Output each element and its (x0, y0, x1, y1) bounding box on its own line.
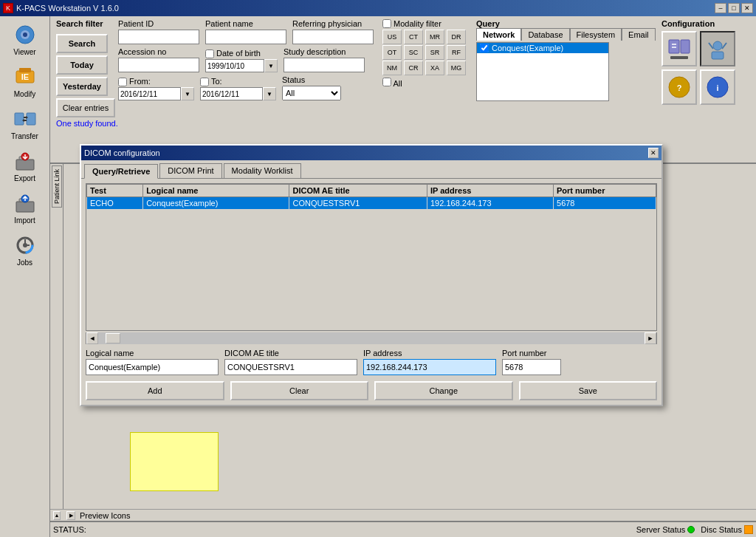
mod-ot[interactable]: OT (382, 45, 402, 60)
mod-ct[interactable]: CT (404, 30, 423, 44)
dob-checkbox[interactable] (205, 49, 214, 58)
status-bar-right: Server Status Disc Status (636, 525, 753, 534)
sidebar-item-import[interactable]: Import (3, 188, 47, 228)
form-port-number-input[interactable] (502, 359, 561, 375)
config-section: Configuration (662, 19, 750, 105)
modality-section: Modality filter US CT MR DR OT SC SR RF … (382, 19, 467, 88)
form-logical-name-label: Logical name (86, 349, 219, 358)
today-button[interactable]: Today (56, 55, 108, 75)
table-cell-test: ECHO (87, 197, 143, 210)
query-section: Query Network Database Filesystem Email … (476, 19, 656, 101)
config-icon-btn-1[interactable] (662, 31, 697, 66)
sidebar-item-transfer[interactable]: Transfer (3, 103, 47, 144)
patient-link-tab[interactable]: Patient Link (52, 165, 62, 208)
config-icon-btn-help[interactable]: ? (662, 69, 697, 105)
query-label: Query (476, 19, 500, 28)
dicom-dialog: DICOM configuration ✕ Query/Retrieve DIC… (80, 144, 663, 406)
form-dicom-ae-title-input[interactable] (224, 359, 357, 375)
preview-scroll-button[interactable]: ▲ (53, 511, 61, 520)
table-row[interactable]: ECHOConquest(Example)CONQUESTSRV1192.168… (87, 197, 656, 210)
query-item-conquest[interactable]: Conquest(Example) (477, 43, 608, 53)
mod-nm[interactable]: NM (382, 61, 402, 75)
status-bar-left: STATUS: (53, 525, 86, 534)
referring-physician-input[interactable] (292, 30, 374, 44)
modality-grid: US CT MR DR OT SC SR RF NM CR XA MG (382, 30, 467, 75)
sidebar-item-jobs[interactable]: Jobs (3, 230, 47, 270)
mod-dr[interactable]: DR (447, 30, 466, 44)
yesterday-button[interactable]: Yesterday (56, 77, 108, 96)
query-tab-database[interactable]: Database (521, 28, 569, 41)
mod-us[interactable]: US (382, 30, 402, 44)
to-input[interactable] (200, 87, 263, 100)
sidebar-item-export[interactable]: Export (3, 146, 47, 186)
mod-cr[interactable]: CR (404, 61, 423, 75)
dob-input[interactable] (205, 59, 264, 72)
search-button[interactable]: Search (56, 34, 108, 53)
dialog-tab-query-retrieve[interactable]: Query/Retrieve (84, 164, 158, 179)
jobs-label: Jobs (17, 259, 32, 267)
mod-xa[interactable]: XA (425, 61, 444, 75)
clear-entries-button[interactable]: Clear entries (56, 98, 115, 117)
title-bar: K K-PACS Workstation V 1.6.0 – □ ✕ (0, 0, 756, 16)
status-label: STATUS: (53, 525, 86, 534)
mod-all-checkbox[interactable] (382, 78, 391, 86)
conquest-checkbox[interactable] (480, 44, 489, 52)
status-select[interactable]: All (282, 86, 341, 100)
app-icon: K (3, 3, 13, 13)
dialog-close-button[interactable]: ✕ (648, 148, 659, 158)
save-button[interactable]: Save (519, 381, 658, 400)
mod-sr[interactable]: SR (425, 45, 444, 60)
preview-icon-toggle[interactable]: ▶ (66, 511, 75, 520)
col-ip-address: IP address (427, 185, 553, 197)
config-icon-btn-2[interactable] (700, 31, 735, 66)
svg-rect-10 (16, 160, 34, 170)
export-icon (13, 149, 37, 173)
col-dicom-ae-title: DICOM AE title (289, 185, 427, 197)
patient-id-input[interactable] (118, 30, 199, 44)
close-button[interactable]: ✕ (741, 3, 753, 13)
config-icon-btn-info[interactable]: i (700, 69, 735, 105)
server-status-indicator: Server Status (636, 525, 695, 534)
export-label: Export (14, 174, 35, 182)
table-scroll-track (98, 332, 645, 344)
to-group: To: ▼ (200, 77, 276, 100)
query-tab-network[interactable]: Network (476, 28, 521, 41)
dialog-title: DICOM configuration (84, 148, 160, 157)
to-picker-button[interactable]: ▼ (263, 87, 276, 100)
from-input[interactable] (118, 87, 181, 100)
to-checkbox[interactable] (200, 78, 209, 86)
from-picker-button[interactable]: ▼ (181, 87, 194, 100)
form-logical-name-input[interactable] (86, 359, 219, 375)
patient-name-input[interactable] (205, 30, 286, 44)
sidebar-item-modify[interactable]: IE Modify (3, 61, 47, 102)
minimize-button[interactable]: – (715, 3, 726, 13)
add-button[interactable]: Add (86, 381, 224, 400)
modality-filter-checkbox[interactable] (382, 19, 391, 28)
mod-mr[interactable]: MR (425, 30, 444, 44)
query-tab-email[interactable]: Email (622, 28, 656, 41)
form-ip-address-input[interactable] (363, 359, 496, 375)
from-checkbox[interactable] (118, 78, 127, 86)
search-filter-label: Search filter (56, 19, 103, 28)
clear-button[interactable]: Clear (230, 381, 369, 400)
table-scroll-thumb[interactable] (106, 333, 120, 343)
mod-rf[interactable]: RF (447, 45, 466, 60)
table-h-scrollbar[interactable]: ◄ ► (86, 332, 657, 344)
dialog-tab-dicom-print[interactable]: DICOM Print (159, 163, 221, 178)
maximize-button[interactable]: □ (728, 3, 740, 13)
change-button[interactable]: Change (374, 381, 513, 400)
dob-picker-button[interactable]: ▼ (264, 59, 278, 72)
query-tab-filesystem[interactable]: Filesystem (570, 28, 622, 41)
transfer-icon (13, 107, 37, 131)
table-scroll-left[interactable]: ◄ (86, 332, 98, 344)
table-scroll-right[interactable]: ► (645, 332, 656, 344)
mod-mg[interactable]: MG (447, 61, 466, 75)
accession-no-input[interactable] (118, 58, 199, 72)
study-found-status: One study found. (56, 117, 750, 129)
svg-rect-22 (681, 40, 690, 53)
mod-sc[interactable]: SC (404, 45, 423, 60)
study-description-input[interactable] (284, 58, 365, 72)
dialog-tab-modality-worklist[interactable]: Modality Worklist (224, 163, 301, 178)
sidebar-item-viewer[interactable]: Viewer (3, 19, 47, 60)
form-logical-name-group: Logical name (86, 349, 219, 375)
